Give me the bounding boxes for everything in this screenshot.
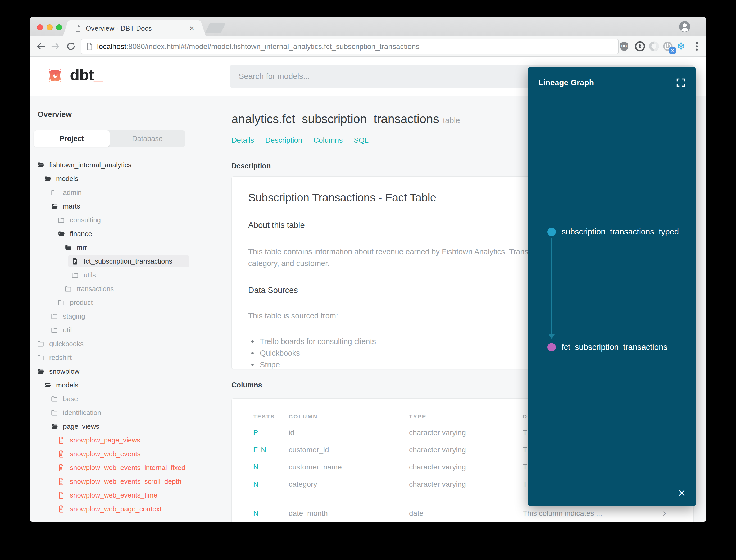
folder-icon	[37, 340, 44, 347]
blocked-count-badge: x	[669, 47, 676, 54]
folder-icon	[51, 189, 58, 196]
folder-icon	[51, 313, 58, 320]
close-window-button[interactable]	[37, 24, 43, 30]
model-nav-columns[interactable]: Columns	[314, 136, 343, 144]
tree-folder-models[interactable]: models	[30, 172, 227, 186]
tree-model-snowplow_web_page_context[interactable]: snowplow_web_page_context	[30, 502, 227, 516]
address-bar[interactable]: localhost:8080/index.html#!/model/model.…	[81, 39, 618, 54]
minimize-window-button[interactable]	[47, 24, 53, 30]
model-nav-sql[interactable]: SQL	[354, 136, 368, 144]
tree-folder-base[interactable]: base	[30, 392, 227, 406]
column-type: character varying	[409, 480, 523, 489]
back-button[interactable]	[35, 41, 46, 52]
tree-folder-staging[interactable]: staging	[30, 309, 227, 323]
column-type: character varying	[409, 428, 523, 437]
lineage-node-fct-subscription-transactions[interactable]: fct_subscription_transactions	[547, 342, 667, 352]
opera-ring-icon[interactable]	[648, 41, 660, 52]
file-red-icon	[58, 492, 65, 499]
tree-folder-identification[interactable]: identification	[30, 406, 227, 419]
folder-icon	[51, 327, 58, 334]
tree-folder-quickbooks[interactable]: quickbooks	[30, 337, 227, 351]
column-name: id	[289, 428, 409, 437]
folder-icon	[37, 354, 44, 361]
tree-model-snowplow_page_views[interactable]: snowplow_page_views	[30, 433, 227, 447]
tree-item-label: snowplow_web_events_internal_fixed	[70, 464, 186, 472]
profile-avatar[interactable]	[679, 21, 690, 33]
test-badges: P	[253, 428, 289, 437]
file-red-icon	[58, 450, 65, 458]
screenshot-frame: Overview - DBT Docs × localhost:8080/ind…	[0, 0, 736, 560]
lineage-close-icon[interactable]: ×	[678, 487, 685, 499]
tree-model-snowplow_web_events_time[interactable]: snowplow_web_events_time	[30, 488, 227, 502]
test-badges: N	[253, 509, 289, 518]
node-dot	[547, 228, 556, 236]
onepassword-icon[interactable]	[634, 41, 645, 52]
tree-model-snowplow_web_events_internal_fixed[interactable]: snowplow_web_events_internal_fixed	[30, 461, 227, 475]
folder-icon	[65, 285, 72, 292]
snowflake-icon[interactable]: ❄	[677, 41, 688, 52]
column-name: category	[289, 480, 409, 489]
tree-folder-admin[interactable]: admin	[30, 186, 227, 199]
page-title: analytics.fct_subscription_transactionst…	[232, 112, 460, 126]
browser-tab[interactable]: Overview - DBT Docs ×	[70, 20, 199, 36]
forward-button[interactable]	[50, 41, 61, 52]
tree-folder-models[interactable]: models	[30, 378, 227, 392]
model-nav-description[interactable]: Description	[265, 136, 303, 144]
file-red-icon	[58, 437, 65, 444]
tree-folder-product[interactable]: product	[30, 296, 227, 309]
page-icon	[86, 43, 93, 51]
tree-item-label: marts	[63, 202, 80, 210]
tree-folder-consulting[interactable]: consulting	[30, 213, 227, 227]
fullscreen-icon[interactable]	[676, 78, 686, 88]
tab-database[interactable]: Database	[110, 130, 185, 147]
tree-item-label: quickbooks	[49, 340, 84, 348]
tree-folder-snowplow[interactable]: snowplow	[30, 364, 227, 378]
view-toggle: Project Database	[34, 130, 185, 147]
lineage-node-subscription-transactions-typed[interactable]: subscription_transactions_typed	[547, 227, 679, 237]
power-blocker-icon[interactable]: x	[662, 41, 673, 52]
tree-folder-utils[interactable]: utils	[30, 268, 227, 282]
tree-item-label: models	[56, 381, 78, 389]
tree-folder-marts[interactable]: marts	[30, 199, 227, 213]
tree-item-label: snowplow	[49, 367, 79, 376]
tree-folder-mrr[interactable]: mrr	[30, 241, 227, 254]
test-badges: N	[253, 463, 289, 471]
tree-item-label: redshift	[49, 354, 72, 362]
overflow-menu-icon[interactable]	[691, 41, 702, 52]
folder-open-icon	[51, 423, 58, 430]
tab-project[interactable]: Project	[34, 130, 110, 147]
column-name: customer_name	[289, 463, 409, 471]
tree-item-label: models	[56, 175, 78, 183]
sidebar-heading: Overview	[38, 110, 72, 119]
chevron-right-icon[interactable]: ›	[663, 507, 666, 518]
tree-folder-transactions[interactable]: transactions	[30, 282, 227, 296]
folder-icon	[58, 299, 65, 306]
folder-open-icon	[44, 175, 51, 182]
url-text: localhost:8080/index.html#!/model/model.…	[97, 42, 419, 51]
tree-folder-finance[interactable]: finance	[30, 227, 227, 241]
tree-item-label: identification	[63, 409, 101, 417]
tree-folder-page_views[interactable]: page_views	[30, 419, 227, 433]
test-badges: F N	[253, 446, 289, 454]
test-badges: N	[253, 480, 289, 489]
file-red-icon	[58, 478, 65, 485]
reload-button[interactable]	[66, 41, 76, 52]
tree-model-snowplow_web_events_scroll_depth[interactable]: snowplow_web_events_scroll_depth	[30, 475, 227, 488]
new-tab-button[interactable]	[205, 23, 226, 33]
folder-open-icon	[58, 230, 65, 237]
tree-model-fct_subscription_transactions[interactable]: fct_subscription_transactions	[30, 254, 227, 268]
ublock-shield-icon[interactable]: UO	[618, 41, 630, 52]
tree-folder-fishtown_internal_analytics[interactable]: fishtown_internal_analytics	[30, 158, 227, 172]
tree-folder-redshift[interactable]: redshift	[30, 351, 227, 364]
column-name: customer_id	[289, 446, 409, 454]
column-type: date	[409, 509, 523, 518]
dbt-logo-icon[interactable]	[46, 66, 64, 85]
zoom-window-button[interactable]	[56, 24, 62, 30]
tree-model-snowplow_web_events[interactable]: snowplow_web_events	[30, 447, 227, 461]
tree-folder-util[interactable]: util	[30, 323, 227, 337]
description-section-label: Description	[232, 162, 271, 170]
column-row-date_month[interactable]: Ndate_monthdateThis column indicates ...…	[232, 505, 693, 522]
model-nav-details[interactable]: Details	[232, 136, 254, 144]
folder-open-icon	[65, 244, 72, 251]
tab-close-icon[interactable]: ×	[190, 24, 194, 32]
